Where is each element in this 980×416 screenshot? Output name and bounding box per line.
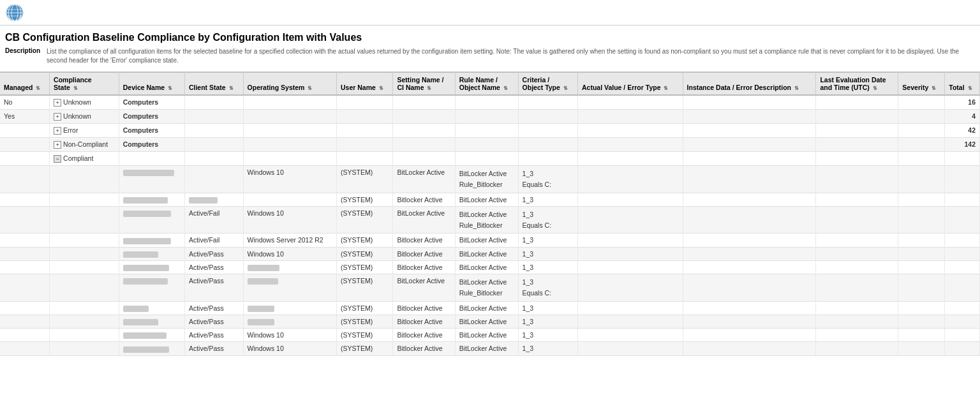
col-instance-data[interactable]: Instance Data / Error Description ⇅	[683, 73, 816, 96]
cell-rule-name: BitLocker Active	[455, 301, 518, 315]
cell-instance-data	[683, 342, 816, 355]
cell-compliance-state	[50, 234, 119, 247]
cell-compliance-state	[50, 315, 119, 328]
cell-device-name: Computers	[119, 124, 184, 138]
cell-criteria: 1_3	[518, 301, 577, 315]
cell-device-name	[119, 166, 184, 193]
cell-rule-name: BitLocker Active	[455, 260, 518, 274]
cell-actual-value	[577, 206, 683, 234]
expand-icon[interactable]: +	[54, 141, 61, 149]
table-row: No +Unknown Computers 16	[0, 95, 980, 110]
cell-actual-value	[577, 166, 683, 193]
cell-severity	[898, 206, 945, 234]
cell-criteria: 1_3	[518, 315, 577, 328]
cell-total	[945, 193, 980, 206]
col-compliance-state[interactable]: ComplianceState ⇅	[50, 73, 119, 96]
cell-setting-name	[393, 95, 455, 110]
cell-client-state	[184, 193, 243, 206]
cell-managed	[0, 124, 50, 138]
cell-managed	[0, 260, 50, 274]
cell-instance-data	[683, 166, 816, 193]
cell-severity	[898, 260, 945, 274]
cell-rule-name	[455, 124, 518, 138]
cell-total	[945, 315, 980, 328]
cell-managed	[0, 274, 50, 302]
cell-total	[945, 234, 980, 247]
cell-user-name: (SYSTEM)	[337, 342, 393, 355]
cell-managed	[0, 193, 50, 206]
cell-last-eval	[816, 193, 898, 206]
cell-rule-name: BitLocker Active	[455, 193, 518, 206]
cell-compliance-state	[50, 206, 119, 234]
expand-icon[interactable]: +	[54, 113, 61, 121]
table-row: Active/Fail Windows 10 (SYSTEM) BitLocke…	[0, 206, 980, 234]
cell-rule-name	[455, 110, 518, 124]
col-total[interactable]: Total ⇅	[945, 73, 980, 96]
cell-os	[243, 315, 336, 328]
col-setting-name[interactable]: Setting Name /CI Name ⇅	[393, 73, 455, 96]
cell-rule-name: BitLocker Active	[455, 315, 518, 328]
cell-rule-name: BitLocker Active	[455, 234, 518, 247]
cell-last-eval	[816, 152, 898, 166]
cell-severity	[898, 342, 945, 355]
cell-compliance-state: −Compliant	[50, 152, 119, 166]
cell-severity	[898, 193, 945, 206]
cell-actual-value	[577, 234, 683, 247]
cell-instance-data	[683, 124, 816, 138]
cell-device-name	[119, 234, 184, 247]
cell-device-name	[119, 315, 184, 328]
col-rule-name[interactable]: Rule Name /Object Name ⇅	[455, 73, 518, 96]
cell-severity	[898, 315, 945, 328]
sort-icon-lasteval: ⇅	[873, 85, 877, 91]
col-last-eval[interactable]: Last Evaluation Dateand Time (UTC) ⇅	[816, 73, 898, 96]
cell-severity	[898, 274, 945, 302]
cell-user-name: (SYSTEM)	[337, 260, 393, 274]
cell-total	[945, 329, 980, 342]
cell-client-state	[184, 166, 243, 193]
cell-severity	[898, 234, 945, 247]
cell-setting-name: Bitlocker Active	[393, 329, 455, 342]
col-device-name[interactable]: Device Name ⇅	[119, 73, 184, 96]
cell-compliance-state	[50, 247, 119, 260]
cell-last-eval	[816, 315, 898, 328]
cell-actual-value	[577, 301, 683, 315]
table-row: Active/Pass (SYSTEM) BitLocker Active Bi…	[0, 274, 980, 302]
cell-setting-name: Bitlocker Active	[393, 193, 455, 206]
cell-compliance-state	[50, 166, 119, 193]
cell-client-state: Active/Pass	[184, 274, 243, 302]
expand-icon[interactable]: −	[54, 155, 61, 163]
cell-criteria: 1_3Equals C:	[518, 166, 577, 193]
cell-managed	[0, 301, 50, 315]
cell-instance-data	[683, 193, 816, 206]
cell-criteria: 1_3	[518, 260, 577, 274]
expand-icon[interactable]: +	[54, 99, 61, 107]
col-os[interactable]: Operating System ⇅	[243, 73, 336, 96]
cell-client-state: Active/Pass	[184, 301, 243, 315]
cell-managed	[0, 247, 50, 260]
cell-rule-name	[455, 152, 518, 166]
col-client-state[interactable]: Client State ⇅	[184, 73, 243, 96]
cell-compliance-state: +Error	[50, 124, 119, 138]
cell-client-state: Active/Pass	[184, 315, 243, 328]
expand-icon[interactable]: +	[54, 127, 61, 135]
cell-os: Windows 10	[243, 342, 336, 355]
description-text: List the compliance of all configuration…	[47, 47, 975, 65]
main-table-wrapper: Managed ⇅ ComplianceState ⇅ Device Name …	[0, 72, 980, 356]
sort-icon-compliance: ⇅	[73, 85, 78, 91]
cell-compliance-state	[50, 301, 119, 315]
cell-managed	[0, 206, 50, 234]
cell-device-name	[119, 301, 184, 315]
col-severity[interactable]: Severity ⇅	[898, 73, 945, 96]
cell-rule-name	[455, 95, 518, 110]
sort-icon-criteria: ⇅	[563, 85, 568, 91]
col-actual-value[interactable]: Actual Value / Error Type ⇅	[577, 73, 683, 96]
cell-actual-value	[577, 124, 683, 138]
cell-user-name: (SYSTEM)	[337, 193, 393, 206]
cell-criteria: 1_3Equals C:	[518, 206, 577, 234]
col-user-name[interactable]: User Name ⇅	[337, 73, 393, 96]
cell-instance-data	[683, 206, 816, 234]
cell-total	[945, 152, 980, 166]
col-managed[interactable]: Managed ⇅	[0, 73, 50, 96]
col-criteria[interactable]: Criteria /Object Type ⇅	[518, 73, 577, 96]
cell-total	[945, 166, 980, 193]
